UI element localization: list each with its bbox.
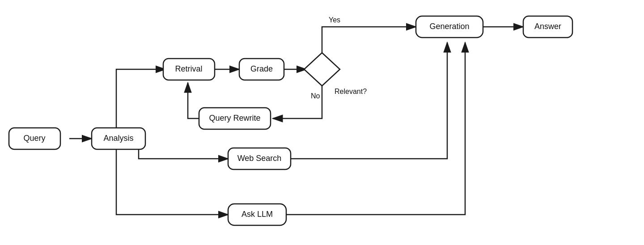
relevant-label: Relevant? xyxy=(335,88,367,95)
retrival-label: Retrival xyxy=(175,64,202,73)
arrow-analysis-retrival xyxy=(116,69,165,127)
relevant-diamond xyxy=(304,53,340,86)
query-label: Query xyxy=(23,134,45,143)
query-rewrite-label: Query Rewrite xyxy=(209,114,260,122)
analysis-label: Analysis xyxy=(103,134,133,143)
ask-llm-label: Ask LLM xyxy=(242,210,273,219)
arrow-websearch-generation xyxy=(284,42,447,159)
generation-label: Generation xyxy=(429,22,469,31)
answer-label: Answer xyxy=(534,22,561,31)
yes-label: Yes xyxy=(329,16,340,24)
arrow-diamond-generation-yes xyxy=(322,27,416,53)
arrow-analysis-askllm xyxy=(116,150,228,215)
arrow-diamond-queryrewrite-no xyxy=(273,86,322,118)
arrow-analysis-websearch xyxy=(139,148,228,159)
no-label: No xyxy=(311,92,320,100)
web-search-label: Web Search xyxy=(237,154,282,163)
grade-label: Grade xyxy=(250,64,273,73)
